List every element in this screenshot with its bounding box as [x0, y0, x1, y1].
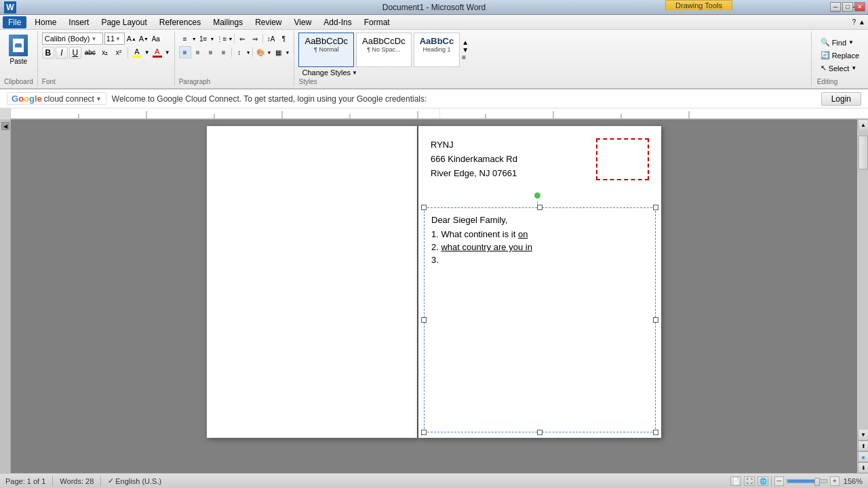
rotation-handle[interactable]: [534, 192, 540, 199]
handle-top-left[interactable]: [421, 205, 427, 210]
style-heading1[interactable]: AaBbCc Heading 1: [414, 33, 460, 67]
address-line2: River Edge, NJ 07661: [431, 167, 517, 181]
style-no-spacing[interactable]: AaBbCcDc ¶ No Spac...: [356, 33, 412, 67]
increase-indent-button[interactable]: ⇒: [249, 33, 261, 45]
find-button[interactable]: 🔍Find▼: [817, 37, 863, 48]
strikethrough-button[interactable]: abc: [83, 47, 98, 59]
bold-button[interactable]: B: [42, 47, 54, 59]
justify-button[interactable]: ≡: [218, 46, 230, 58]
handle-mid-right[interactable]: [653, 317, 658, 323]
handle-top-mid[interactable]: [537, 205, 542, 210]
view-full-screen[interactable]: ⛶: [744, 476, 755, 486]
font-size-dropdown[interactable]: 11▼: [104, 33, 125, 45]
change-styles-button[interactable]: Change Styles▼: [298, 67, 360, 78]
handle-bot-right[interactable]: [653, 430, 658, 435]
minimize-button[interactable]: ─: [830, 2, 841, 12]
scroll-thumb[interactable]: [859, 136, 868, 169]
handle-top-right[interactable]: [653, 205, 658, 210]
help-collapse-icon[interactable]: ?: [852, 18, 856, 26]
show-marks-button[interactable]: ¶: [277, 33, 290, 45]
line-spacing-button[interactable]: ↕: [233, 46, 245, 58]
menu-mailings[interactable]: Mailings: [208, 16, 248, 28]
text-highlight-button[interactable]: A: [131, 46, 143, 59]
zoom-level[interactable]: 156%: [842, 477, 863, 485]
menu-format[interactable]: Format: [359, 16, 395, 28]
menu-home[interactable]: Home: [29, 16, 62, 28]
numbering-button[interactable]: 1≡: [197, 33, 210, 45]
menu-addins[interactable]: Add-Ins: [318, 16, 357, 28]
text-box[interactable]: Dear Siegel Family, 1. What continent is…: [424, 207, 656, 432]
font-grow-button[interactable]: A▲: [126, 33, 137, 44]
scroll-down-button[interactable]: ▼: [858, 430, 868, 441]
subscript-button[interactable]: x₂: [99, 47, 111, 59]
next-page-button[interactable]: ⬇: [858, 462, 868, 473]
select-button[interactable]: ↖Select▼: [817, 62, 863, 74]
multilevel-button[interactable]: ⋮≡: [216, 33, 228, 45]
zoom-slider[interactable]: [787, 479, 827, 483]
styles-more[interactable]: ≡: [462, 54, 469, 61]
stamp-box: [596, 138, 649, 180]
align-left-button[interactable]: ≡: [179, 46, 191, 58]
handle-bot-left[interactable]: [421, 430, 427, 435]
title-bar-title: Document1 - Microsoft Word: [0, 3, 868, 12]
align-right-button[interactable]: ≡: [205, 46, 217, 58]
view-print-layout[interactable]: 📄: [730, 476, 741, 486]
borders-dropdown-icon[interactable]: ▼: [285, 50, 290, 55]
font-color-button[interactable]: A: [151, 46, 163, 59]
spell-check-icon[interactable]: ✓ English (U.S.): [108, 476, 161, 485]
menu-insert[interactable]: Insert: [63, 16, 94, 28]
multilevel-dropdown-icon[interactable]: ▼: [229, 37, 233, 41]
menu-references[interactable]: References: [154, 16, 206, 28]
prev-page-button[interactable]: ⬆: [858, 441, 868, 451]
close-button[interactable]: ✕: [854, 2, 865, 12]
zoom-in-button[interactable]: +: [830, 476, 840, 486]
address-name: RYNJ: [431, 138, 517, 152]
select-browse-button[interactable]: ●: [858, 451, 868, 462]
handle-bot-mid[interactable]: [537, 430, 542, 435]
bullets-button[interactable]: ≡: [179, 33, 191, 45]
bullets-dropdown-icon[interactable]: ▼: [192, 37, 197, 41]
paste-button[interactable]: Paste: [5, 33, 31, 67]
superscript-button[interactable]: x²: [113, 47, 125, 59]
shading-dropdown-icon[interactable]: ▼: [267, 50, 272, 55]
underline-button[interactable]: U: [69, 47, 81, 59]
borders-button[interactable]: ▦: [273, 46, 285, 58]
view-toggle[interactable]: ◀: [1, 122, 9, 130]
align-center-button[interactable]: ≡: [192, 46, 204, 58]
styles-scroll-up[interactable]: ▲: [462, 39, 469, 46]
replace-button[interactable]: 🔄Replace: [817, 49, 863, 61]
highlight-dropdown-icon[interactable]: ▼: [144, 49, 150, 56]
sort-button[interactable]: ↕A: [264, 33, 277, 45]
font-color-dropdown-icon[interactable]: ▼: [165, 49, 170, 56]
numbering-dropdown-icon[interactable]: ▼: [210, 37, 215, 41]
shading-button[interactable]: 🎨: [254, 46, 267, 58]
handle-mid-left[interactable]: [421, 317, 427, 323]
menu-view[interactable]: View: [289, 16, 317, 28]
line-spacing-dropdown-icon[interactable]: ▼: [246, 50, 251, 55]
styles-group-label: Styles: [298, 78, 806, 85]
style-normal[interactable]: AaBbCcDc ¶ Normal: [298, 33, 354, 67]
view-web[interactable]: 🌐: [757, 476, 768, 486]
zoom-thumb[interactable]: [814, 478, 820, 486]
gcc-message: Welcome to Google Cloud Connect. To get …: [112, 94, 816, 104]
menu-review[interactable]: Review: [250, 16, 287, 28]
editing-group: 🔍Find▼ 🔄Replace ↖Select▼ Editing: [812, 31, 868, 87]
font-name-dropdown[interactable]: Calibri (Body)▼: [42, 33, 103, 45]
italic-button[interactable]: I: [56, 47, 68, 59]
drawing-tools-tab[interactable]: Drawing Tools: [665, 0, 732, 10]
restore-button[interactable]: □: [842, 2, 853, 12]
menu-file[interactable]: File: [3, 16, 26, 28]
gcc-login-button[interactable]: Login: [821, 92, 861, 106]
decrease-indent-button[interactable]: ⇐: [236, 33, 248, 45]
gcc-logo[interactable]: G o o g l e cloud connect ▼: [7, 92, 106, 105]
letter-item-1: 1. What continent is it on: [431, 229, 648, 239]
left-margin: ◀: [0, 119, 11, 473]
ribbon-collapse-icon[interactable]: ▲: [859, 18, 865, 26]
zoom-out-button[interactable]: ─: [774, 476, 784, 486]
ruler: [11, 108, 868, 119]
scroll-up-button[interactable]: ▲: [858, 119, 868, 130]
clear-format-button[interactable]: Aa: [151, 33, 161, 44]
menu-page-layout[interactable]: Page Layout: [96, 16, 152, 28]
font-shrink-button[interactable]: A▼: [138, 33, 149, 44]
styles-scroll-down[interactable]: ▼: [462, 46, 469, 54]
